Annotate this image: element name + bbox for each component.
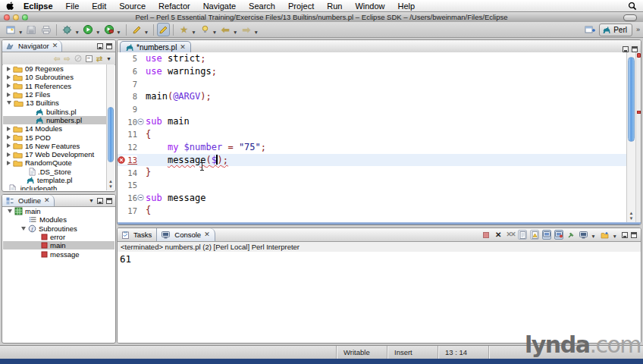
navigator-item[interactable]: 13 Builtins	[3, 99, 106, 107]
tab-tasks[interactable]: Tasks	[118, 228, 156, 241]
chevron-right-icon[interactable]	[7, 161, 11, 165]
navigator-item[interactable]: builtins.pl	[3, 107, 106, 115]
fold-collapse-icon[interactable]	[137, 194, 144, 201]
up-level-icon[interactable]	[74, 55, 82, 62]
outline-item[interactable]: main	[3, 241, 114, 249]
navigator-item[interactable]: .includepath	[3, 184, 106, 190]
console-output-area[interactable]: 61	[118, 252, 641, 343]
outline-item[interactable]: Modules	[3, 215, 114, 224]
maximize-icon[interactable]	[106, 43, 112, 49]
navigator-item[interactable]: 09 Regexes	[3, 64, 106, 73]
navigator-item[interactable]: RandomQuote	[3, 158, 106, 167]
forward-history-dropdown[interactable]: ▼	[254, 30, 259, 35]
outline-item[interactable]: error	[3, 233, 114, 241]
navigator-item[interactable]: 10 Subroutines	[3, 73, 106, 81]
perl-perspective-button[interactable]: Perl	[599, 24, 632, 36]
chevron-right-icon[interactable]	[7, 143, 11, 148]
maximize-icon[interactable]	[106, 198, 112, 204]
error-marker-icon[interactable]	[637, 111, 641, 114]
tab-numbers-pl[interactable]: *numbers.pl ✕	[120, 41, 191, 52]
external-tools-button[interactable]	[102, 23, 116, 36]
new-marker-dropdown[interactable]: ▼	[144, 30, 149, 35]
previous-annotation-dropdown[interactable]: ▼	[212, 30, 217, 35]
mark-occurrences-toggle[interactable]	[157, 23, 170, 36]
next-annotation-button[interactable]: ★	[177, 23, 191, 36]
chevron-right-icon[interactable]	[7, 75, 11, 80]
code-line[interactable]: 10sub main	[118, 115, 641, 128]
apple-menu-icon[interactable]	[6, 1, 14, 11]
navigator-item[interactable]: numbers.pl	[3, 116, 106, 124]
maximize-icon[interactable]	[632, 46, 638, 52]
open-console-dropdown[interactable]: ▼	[613, 234, 617, 239]
search-icon[interactable]	[628, 2, 637, 11]
maximize-icon[interactable]	[631, 232, 637, 238]
menu-item-run[interactable]: Run	[327, 2, 342, 11]
debug-button[interactable]	[60, 23, 74, 36]
scroll-lock-icon[interactable]	[530, 230, 539, 240]
menu-item-edit[interactable]: Edit	[92, 2, 106, 11]
view-menu-icon[interactable]: ▼	[106, 56, 111, 61]
new-wizard-button[interactable]	[4, 23, 18, 36]
next-annotation-dropdown[interactable]: ▼	[191, 30, 196, 35]
navigator-scrollbar[interactable]: ▲▼	[106, 64, 114, 190]
new-wizard-dropdown[interactable]: ▼	[18, 30, 23, 35]
navigator-item[interactable]: 15 POD	[3, 133, 106, 141]
perspective-overflow[interactable]: »	[636, 26, 639, 33]
zoom-window-button[interactable]	[22, 14, 28, 20]
navigator-item[interactable]: 17 Web Development	[3, 150, 106, 158]
previous-annotation-button[interactable]	[198, 23, 212, 36]
minimize-icon[interactable]	[97, 43, 103, 49]
overview-ruler[interactable]	[635, 52, 641, 222]
code-line[interactable]: 7	[118, 77, 641, 90]
display-console-icon[interactable]	[579, 230, 588, 240]
chevron-right-icon[interactable]	[7, 135, 11, 140]
tab-navigator[interactable]: Navigator ✕	[2, 40, 62, 52]
code-line[interactable]: 17{	[118, 204, 641, 217]
code-line[interactable]: 12 my $number = "75";	[118, 141, 641, 154]
chevron-right-icon[interactable]	[7, 67, 11, 71]
navigator-item[interactable]: 11 References	[3, 82, 106, 90]
code-line[interactable]: 5use strict;	[118, 52, 641, 65]
code-line[interactable]: 14}	[118, 166, 641, 179]
forward-arrow-icon[interactable]: ⇨	[64, 55, 70, 63]
remove-all-terminated-icon[interactable]: ✕✕	[506, 230, 515, 240]
code-line[interactable]: 16sub message	[118, 192, 641, 205]
open-console-icon[interactable]	[601, 230, 610, 240]
tab-outline[interactable]: Outline ✕	[2, 195, 55, 206]
show-on-stdout-icon[interactable]	[542, 230, 551, 240]
pin-console-icon[interactable]	[566, 230, 576, 240]
code-line[interactable]: 15	[118, 179, 641, 192]
chevron-down-icon[interactable]	[7, 101, 11, 105]
close-icon[interactable]: ✕	[180, 44, 186, 51]
close-icon[interactable]: ✕	[44, 197, 50, 204]
clear-console-icon[interactable]	[518, 230, 527, 240]
navigator-item[interactable]: 14 Modules	[3, 124, 106, 133]
navigator-item[interactable]: template.pl	[3, 176, 106, 184]
menu-item-source[interactable]: Source	[119, 2, 146, 11]
chevron-down-icon[interactable]	[21, 227, 26, 231]
navigator-item[interactable]: 12 Files	[3, 90, 106, 99]
menu-item-window[interactable]: Window	[355, 2, 384, 11]
chevron-right-icon[interactable]	[7, 93, 11, 97]
menu-item-eclipse[interactable]: Eclipse	[24, 2, 53, 11]
minimize-icon[interactable]	[97, 198, 103, 204]
back-arrow-icon[interactable]: ⇦	[54, 55, 60, 63]
editor-body[interactable]: 5use strict;6use warnings;78main(@ARGV);…	[118, 52, 641, 222]
link-editor-icon[interactable]: ⇄	[96, 55, 102, 63]
close-window-button[interactable]	[4, 14, 10, 20]
menu-item-navigate[interactable]: Navigate	[203, 2, 236, 11]
back-history-button[interactable]: ⬅	[218, 23, 233, 36]
toolbar-toggle-lozenge[interactable]	[623, 14, 637, 21]
outline-item[interactable]: message	[3, 249, 114, 258]
menu-item-help[interactable]: Help	[398, 2, 416, 11]
terminate-icon[interactable]	[481, 230, 491, 240]
chevron-right-icon[interactable]	[7, 127, 11, 131]
forward-history-button[interactable]: ➡	[240, 23, 254, 36]
code-line[interactable]: 9	[118, 103, 641, 116]
menu-item-search[interactable]: Search	[249, 2, 275, 11]
outline-item[interactable]: fSubroutines	[3, 224, 114, 233]
minimize-icon[interactable]	[623, 46, 629, 52]
save-button[interactable]	[24, 23, 39, 36]
close-icon[interactable]: ✕	[204, 231, 210, 238]
outline-item[interactable]: main	[3, 207, 114, 215]
